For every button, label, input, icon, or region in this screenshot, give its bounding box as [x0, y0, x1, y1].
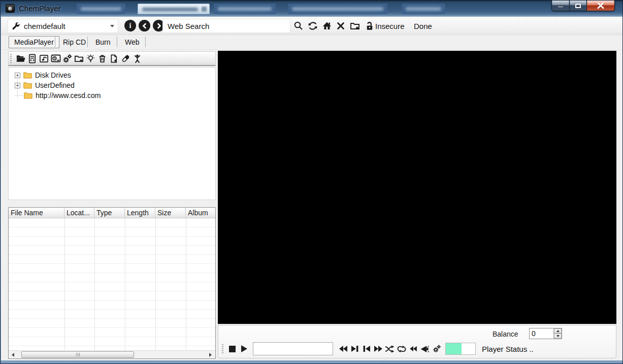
gears-icon [433, 345, 441, 353]
add-file-icon [109, 54, 119, 63]
skip-end-button[interactable] [349, 343, 360, 355]
column-header-type[interactable]: Type [94, 208, 125, 218]
scrollbar-thumb[interactable] [21, 351, 134, 358]
horizontal-scrollbar[interactable] [9, 350, 215, 358]
web-search-input[interactable]: Web Search [162, 19, 290, 33]
close-icon[interactable] [202, 7, 207, 12]
play-icon [241, 345, 247, 352]
column-header-album[interactable]: Album [186, 208, 215, 218]
add-folder-button[interactable] [73, 53, 85, 64]
blurred-tab[interactable] [214, 4, 276, 14]
tab-label: Web [125, 38, 140, 46]
blurred-text [81, 7, 121, 11]
home-button[interactable] [321, 20, 333, 31]
settings-button[interactable] [61, 53, 73, 64]
expand-icon[interactable]: + [15, 83, 20, 88]
minimize-button[interactable] [551, 1, 570, 11]
open-folder-button[interactable] [15, 53, 26, 64]
wrench-icon [11, 21, 20, 30]
skip-start-button[interactable] [360, 343, 372, 355]
media-file-button[interactable] [38, 53, 50, 64]
profile-combobox[interactable]: chemdefault [8, 19, 118, 33]
blurred-tab-active[interactable] [138, 4, 210, 14]
player-settings-button[interactable] [431, 343, 442, 355]
back-button[interactable] [139, 20, 150, 31]
table-header: File Name Locat... Type Length Size Albu… [9, 208, 215, 218]
info-button[interactable]: i [124, 20, 136, 31]
tab-burn[interactable]: Burn [90, 36, 116, 48]
scroll-right-button[interactable] [206, 351, 214, 358]
tab-mediaplayer[interactable]: MediaPlayer [9, 36, 59, 48]
maximize-button[interactable] [570, 1, 586, 11]
blurred-text [406, 7, 441, 11]
home-icon [322, 21, 332, 31]
balance-spinner[interactable]: 0 [529, 328, 562, 339]
delete-button[interactable] [96, 53, 108, 64]
spin-down-button[interactable] [554, 334, 562, 339]
seek-input[interactable] [253, 342, 333, 355]
play-button[interactable] [238, 343, 250, 355]
tree-item-disk-drives[interactable]: + Disk Drives [15, 70, 215, 80]
rewind-button[interactable] [337, 343, 349, 355]
column-header-size[interactable]: Size [155, 208, 186, 218]
library-toolbar [8, 51, 216, 66]
skip-end-icon [351, 345, 359, 352]
artist-button[interactable] [132, 53, 143, 64]
shuffle-button[interactable] [384, 343, 396, 355]
announce-button[interactable] [419, 343, 431, 355]
player-panel: Balance 0 [218, 325, 616, 358]
seek-back-button[interactable] [407, 343, 419, 355]
blurred-text [292, 7, 383, 11]
scroll-left-button[interactable] [9, 351, 17, 358]
tree-connector [15, 95, 23, 96]
blurred-tab[interactable] [288, 4, 387, 14]
security-button[interactable] [364, 20, 375, 31]
search-button[interactable] [293, 20, 304, 31]
close-button[interactable] [586, 1, 615, 11]
stop-button[interactable] [226, 343, 238, 355]
repeat-button[interactable] [396, 343, 407, 355]
tab-label: Rip CD [63, 38, 86, 46]
search-icon [293, 21, 304, 31]
arrow-left-icon [12, 353, 14, 357]
balance-value: 0 [530, 328, 553, 339]
library-button[interactable] [26, 53, 38, 64]
stop-load-button[interactable] [335, 20, 346, 31]
fast-forward-icon [374, 345, 383, 352]
tab-separator [117, 37, 117, 47]
window-controls [551, 1, 615, 11]
blurred-tab[interactable] [402, 4, 445, 14]
spin-up-button[interactable] [554, 328, 562, 334]
player-status-text: Player Status .. [482, 345, 534, 353]
done-button[interactable]: Done [414, 22, 432, 30]
light-bulb-button[interactable] [85, 53, 96, 64]
column-header-length[interactable]: Length [125, 208, 155, 218]
artist-person-icon [133, 54, 142, 63]
shuffle-icon [385, 345, 395, 353]
content-area: + Disk Drives + UserDefined http://www.c… [1, 50, 623, 360]
tree-item-userdefined[interactable]: + UserDefined [15, 80, 215, 90]
blurred-tab[interactable] [77, 4, 125, 14]
toolbar-grip-handle[interactable] [10, 54, 12, 63]
add-file-button[interactable] [108, 53, 120, 64]
unlock-icon [365, 21, 374, 31]
tab-web[interactable]: Web [120, 36, 145, 48]
progress-fill [446, 343, 462, 354]
tree-item-cesd-url[interactable]: http://www.cesd.com [15, 90, 215, 101]
toolbar-grip-handle[interactable] [222, 344, 223, 353]
refresh-button[interactable] [307, 20, 318, 31]
tab-label: MediaPlayer [14, 38, 54, 46]
player-progress-bar[interactable] [445, 343, 476, 355]
column-header-file-name[interactable]: File Name [9, 208, 64, 218]
column-header-location[interactable]: Locat... [64, 208, 94, 218]
eraser-button[interactable] [120, 53, 132, 64]
disk-drive-icon [51, 53, 61, 63]
table-body[interactable] [9, 218, 215, 350]
blurred-text [142, 8, 198, 11]
fast-forward-button[interactable] [372, 343, 384, 355]
add-folder-button[interactable] [349, 20, 360, 31]
tab-rip-cd[interactable]: Rip CD [58, 36, 91, 48]
disk-drive-button[interactable] [50, 53, 61, 64]
video-display[interactable] [218, 51, 616, 324]
expand-icon[interactable]: + [15, 73, 20, 78]
